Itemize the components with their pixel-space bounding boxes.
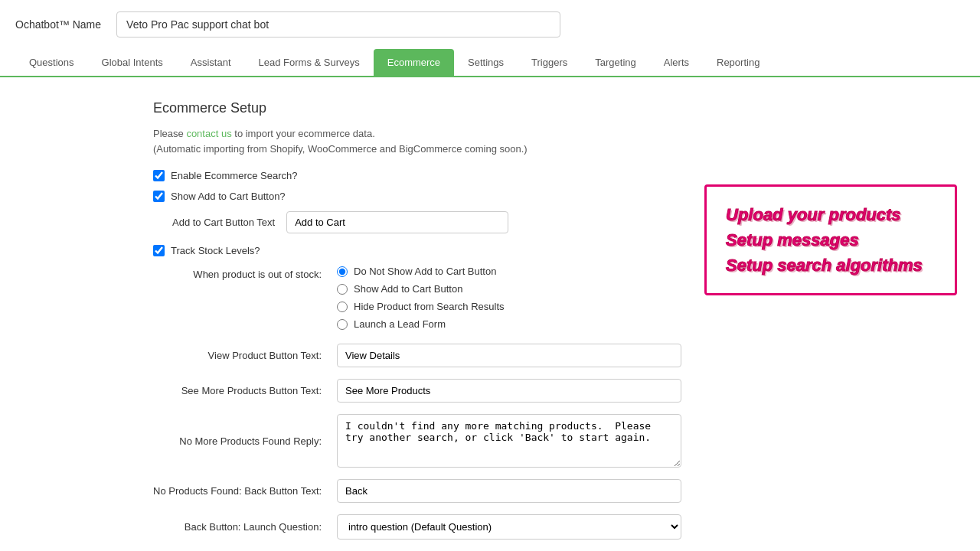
back-button-question-row: Back Button: Launch Question: intro ques…: [153, 514, 827, 540]
view-product-label: View Product Button Text:: [153, 350, 322, 361]
no-more-products-row: No More Products Found Reply: I couldn't…: [153, 414, 827, 468]
radio-launch-lead[interactable]: [337, 319, 348, 330]
radio-row-4: Launch a Lead Form: [337, 318, 505, 330]
contact-us-link[interactable]: contact us: [186, 128, 231, 139]
nav-settings[interactable]: Settings: [454, 49, 518, 76]
promo-line3: Setup search algorithms: [726, 253, 936, 278]
out-of-stock-options: Do Not Show Add to Cart Button Show Add …: [337, 266, 505, 330]
see-more-row: See More Products Button Text:: [153, 379, 827, 403]
show-add-to-cart-label: Show Add to Cart Button?: [171, 191, 286, 202]
track-stock-checkbox[interactable]: [153, 245, 165, 256]
nav-reporting[interactable]: Reporting: [703, 49, 773, 76]
section-title: Ecommerce Setup: [153, 100, 827, 116]
radio-show-add-label: Show Add to Cart Button: [354, 283, 462, 295]
radio-do-not-show[interactable]: [337, 266, 348, 277]
header-title: Ochatbot™ Name: [15, 18, 101, 31]
nav-assistant[interactable]: Assistant: [177, 49, 245, 76]
radio-do-not-show-label: Do Not Show Add to Cart Button: [354, 266, 496, 277]
radio-hide-product-label: Hide Product from Search Results: [354, 301, 505, 312]
view-product-row: View Product Button Text:: [153, 344, 827, 367]
nav-targeting[interactable]: Targeting: [581, 49, 649, 76]
main-nav: Questions Global Intents Assistant Lead …: [0, 49, 980, 77]
no-more-products-textarea[interactable]: I couldn't find any more matching produc…: [337, 414, 681, 468]
promo-line1: Upload your products: [726, 202, 936, 227]
description-line1: Please contact us to import your ecommer…: [153, 128, 827, 139]
nav-triggers[interactable]: Triggers: [518, 49, 581, 76]
nav-global-intents[interactable]: Global Intents: [88, 49, 177, 76]
promo-line2: Setup messages: [726, 227, 936, 253]
description-pre: Please: [153, 128, 184, 139]
no-more-products-label: No More Products Found Reply:: [153, 435, 322, 447]
description-post: to import your ecommerce data.: [234, 128, 375, 139]
radio-row-1: Do Not Show Add to Cart Button: [337, 266, 505, 277]
bot-name-input[interactable]: [116, 11, 560, 37]
enable-ecommerce-row: Enable Ecommerce Search?: [153, 170, 827, 181]
add-to-cart-text-label: Add to Cart Button Text: [172, 217, 275, 228]
radio-hide-product[interactable]: [337, 302, 348, 312]
description-note: (Automatic importing from Shopify, WooCo…: [153, 143, 827, 155]
no-products-back-row: No Products Found: Back Button Text:: [153, 479, 827, 503]
track-stock-label: Track Stock Levels?: [171, 245, 260, 256]
nav-questions[interactable]: Questions: [15, 49, 88, 76]
no-products-back-label: No Products Found: Back Button Text:: [153, 485, 322, 497]
nav-alerts[interactable]: Alerts: [650, 49, 703, 76]
nav-lead-forms[interactable]: Lead Forms & Surveys: [245, 49, 374, 76]
enable-ecommerce-label: Enable Ecommerce Search?: [171, 170, 297, 181]
out-of-stock-label: When product is out of stock:: [153, 266, 322, 280]
radio-row-2: Show Add to Cart Button: [337, 283, 505, 295]
promo-box: Upload your products Setup messages Setu…: [704, 184, 957, 295]
add-to-cart-text-input[interactable]: [286, 211, 508, 233]
see-more-input[interactable]: [337, 379, 681, 403]
no-products-back-input[interactable]: [337, 479, 681, 503]
show-add-to-cart-checkbox[interactable]: [153, 191, 165, 202]
radio-row-3: Hide Product from Search Results: [337, 301, 505, 312]
see-more-label: See More Products Button Text:: [153, 385, 322, 396]
view-product-input[interactable]: [337, 344, 681, 367]
main-content: Upload your products Setup messages Setu…: [0, 77, 980, 551]
header: Ochatbot™ Name: [0, 0, 980, 49]
back-button-question-select[interactable]: intro question (Default Question): [337, 514, 681, 540]
radio-launch-lead-label: Launch a Lead Form: [354, 318, 446, 330]
nav-ecommerce[interactable]: Ecommerce: [374, 49, 454, 76]
back-button-question-label: Back Button: Launch Question:: [153, 521, 322, 533]
radio-show-add[interactable]: [337, 284, 348, 295]
enable-ecommerce-checkbox[interactable]: [153, 170, 165, 181]
